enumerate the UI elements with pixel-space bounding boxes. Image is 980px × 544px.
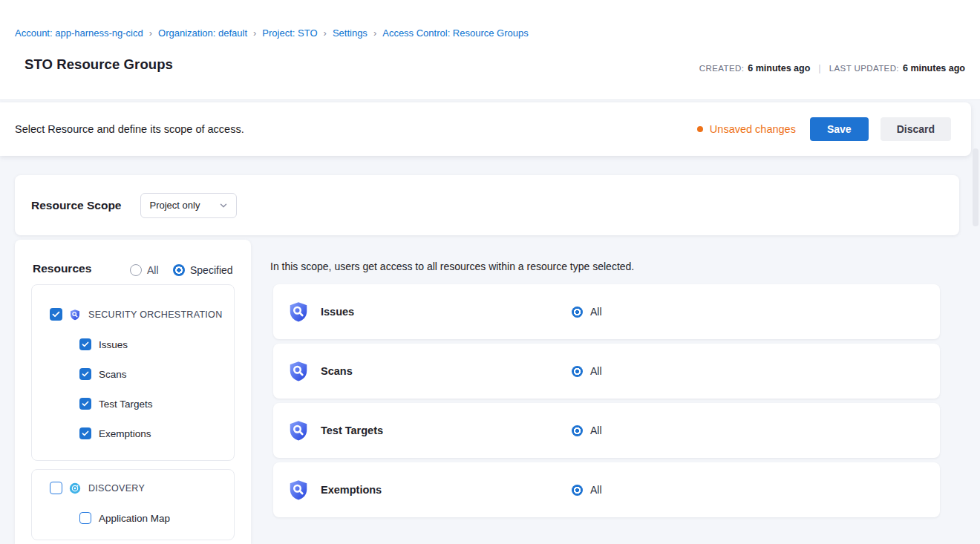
access-option-label: All <box>590 306 602 318</box>
chevron-right-icon: › <box>324 27 327 39</box>
resources-title: Resources <box>33 262 91 275</box>
chevron-right-icon: › <box>373 27 376 39</box>
tree-item-label: Test Targets <box>99 399 153 410</box>
tree-item-label: Issues <box>99 339 128 350</box>
radio-unselected-icon <box>130 264 142 276</box>
resources-filter-specified-radio[interactable]: Specified <box>173 264 233 276</box>
test-targets-checkbox[interactable] <box>79 398 91 410</box>
action-toolbar: Select Resource and define its scope of … <box>0 102 971 156</box>
last-updated-value: 6 minutes ago <box>903 63 965 73</box>
breadcrumb-project[interactable]: Project: STO <box>262 27 317 39</box>
tree-row-discovery: DISCOVERY <box>50 482 145 494</box>
radio-selected-icon <box>173 264 185 276</box>
security-orchestration-checkbox[interactable] <box>50 308 62 321</box>
radio-selected-icon <box>572 425 583 436</box>
tree-row-scans: Scans <box>79 368 127 380</box>
resource-scope-selected-value: Project only <box>149 200 200 211</box>
chevron-right-icon: › <box>149 27 152 39</box>
chevron-down-icon <box>219 201 228 210</box>
exemptions-all-radio[interactable]: All <box>572 484 602 496</box>
sto-shield-icon <box>287 301 310 323</box>
meta-divider: | <box>818 62 820 73</box>
tree-row-security-orchestration: SECURITY ORCHESTRATION <box>50 308 222 321</box>
group-label: DISCOVERY <box>88 483 145 494</box>
discovery-group-card: DISCOVERY Application Map <box>31 469 235 540</box>
tree-row-test-targets: Test Targets <box>79 398 153 410</box>
discovery-icon <box>69 482 81 494</box>
discard-button[interactable]: Discard <box>881 117 951 141</box>
tree-row-issues: Issues <box>79 338 128 350</box>
tree-row-application-map: Application Map <box>79 512 170 524</box>
breadcrumb-account[interactable]: Account: app-harness-ng-cicd <box>15 27 143 39</box>
breadcrumb: Account: app-harness-ng-cicd › Organizat… <box>15 27 529 39</box>
resource-scope-select[interactable]: Project only <box>140 193 237 218</box>
issues-all-radio[interactable]: All <box>572 306 602 318</box>
created-value: 6 minutes ago <box>748 63 810 73</box>
page-title: STO Resource Groups <box>24 56 173 73</box>
sto-shield-icon <box>287 360 310 382</box>
breadcrumb-settings[interactable]: Settings <box>333 27 368 39</box>
resource-card-scans: Scans All <box>273 344 940 399</box>
scope-description: In this scope, users get access to all r… <box>270 260 634 272</box>
discovery-checkbox[interactable] <box>50 482 62 494</box>
radio-selected-icon <box>572 485 583 496</box>
radio-all-label: All <box>147 264 159 276</box>
radio-specified-label: Specified <box>190 264 233 276</box>
resource-scope-label: Resource Scope <box>31 199 121 212</box>
resource-card-exemptions: Exemptions All <box>273 462 940 517</box>
security-orchestration-group-card: SECURITY ORCHESTRATION Issues Scans Test… <box>31 284 235 461</box>
resources-panel: Resources All Specified SECURITY ORCHEST… <box>15 240 251 544</box>
access-option-label: All <box>590 365 602 377</box>
created-updated-meta: CREATED: 6 minutes ago | LAST UPDATED: 6… <box>699 62 965 73</box>
group-label: SECURITY ORCHESTRATION <box>88 309 222 320</box>
application-map-checkbox[interactable] <box>79 512 91 524</box>
access-option-label: All <box>590 484 602 496</box>
test-targets-all-radio[interactable]: All <box>572 425 602 436</box>
scans-all-radio[interactable]: All <box>572 365 602 377</box>
resource-card-test-targets: Test Targets All <box>273 403 940 458</box>
created-label: CREATED: <box>699 64 745 73</box>
chevron-right-icon: › <box>253 27 256 39</box>
sto-shield-icon <box>69 309 81 321</box>
tree-item-label: Exemptions <box>99 428 151 439</box>
resources-filter-all-radio[interactable]: All <box>130 264 159 276</box>
tree-item-label: Scans <box>99 369 127 380</box>
sto-shield-icon <box>287 419 310 442</box>
resource-card-issues: Issues All <box>273 284 940 339</box>
save-button[interactable]: Save <box>810 117 869 141</box>
access-option-label: All <box>590 425 602 436</box>
toolbar-description: Select Resource and define its scope of … <box>15 123 244 135</box>
radio-selected-icon <box>572 307 583 318</box>
resource-card-label: Issues <box>321 284 354 339</box>
tree-row-exemptions: Exemptions <box>79 427 151 439</box>
resource-card-label: Test Targets <box>321 403 383 458</box>
resource-card-label: Scans <box>321 344 353 399</box>
radio-selected-icon <box>572 366 583 377</box>
exemptions-checkbox[interactable] <box>79 427 91 439</box>
unsaved-changes-label: Unsaved changes <box>710 123 796 135</box>
tree-item-label: Application Map <box>99 513 170 524</box>
page-header: Account: app-harness-ng-cicd › Organizat… <box>0 0 980 100</box>
last-updated-label: LAST UPDATED: <box>829 64 899 73</box>
sto-shield-icon <box>287 479 310 501</box>
breadcrumb-organization[interactable]: Organization: default <box>158 27 247 39</box>
resource-cards-list: Issues All Scans All Test Targ <box>273 284 940 522</box>
issues-checkbox[interactable] <box>79 338 91 350</box>
vertical-scrollbar-thumb[interactable] <box>973 148 979 226</box>
resource-card-label: Exemptions <box>321 462 382 517</box>
breadcrumb-access-control[interactable]: Access Control: Resource Groups <box>382 27 529 39</box>
scans-checkbox[interactable] <box>79 368 91 380</box>
resource-scope-card: Resource Scope Project only <box>15 175 959 235</box>
unsaved-dot-icon <box>697 126 703 132</box>
